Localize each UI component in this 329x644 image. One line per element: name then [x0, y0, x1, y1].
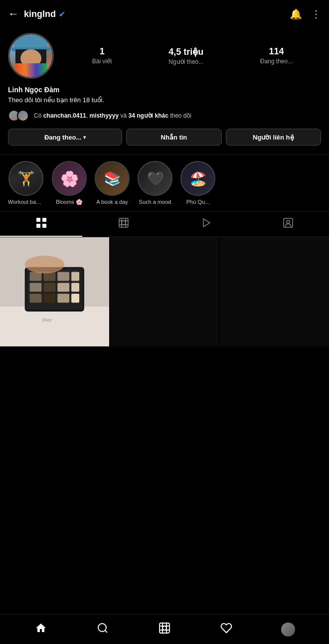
- home-icon: [35, 622, 47, 637]
- avatar-container[interactable]: [8, 33, 54, 79]
- svg-rect-25: [71, 283, 79, 292]
- svg-rect-4: [119, 218, 128, 227]
- username-text: kinglnd: [24, 9, 56, 19]
- followers-count: 4,5 triệu: [168, 46, 203, 57]
- mutual-count: 34 người khác: [128, 112, 168, 119]
- highlight-cover-phuquoc: [181, 162, 214, 195]
- highlight-cover-workout: [9, 162, 42, 195]
- highlight-ring-blooms: [52, 161, 87, 196]
- contact-button-label: Người liên hệ: [253, 134, 294, 141]
- tagged-tab-icon: [283, 217, 294, 231]
- highlight-phuquoc[interactable]: Phú Qu...: [180, 161, 215, 205]
- svg-rect-1: [42, 218, 46, 222]
- svg-text:Dior: Dior: [42, 317, 52, 322]
- profile-section: 1 Bài viết 4,5 triệu Người theo... 114 Đ…: [0, 28, 329, 155]
- following-label: Đang theo...: [260, 58, 293, 65]
- tab-grid[interactable]: [0, 212, 82, 237]
- followers-stat[interactable]: 4,5 triệu Người theo...: [168, 46, 203, 65]
- mutual-followers-row: Có chanchan.0411, misthyyyy và 34 người …: [8, 110, 321, 122]
- svg-rect-27: [43, 294, 55, 303]
- grid-section: Dior: [0, 237, 329, 346]
- svg-rect-18: [30, 272, 42, 281]
- grid-item-1[interactable]: Dior: [0, 237, 109, 346]
- top-bar-left: ← kinglnd ✔: [8, 7, 65, 20]
- svg-rect-0: [36, 218, 40, 222]
- posts-count: 1: [100, 46, 105, 57]
- nav-likes[interactable]: [214, 617, 239, 642]
- svg-marker-10: [203, 219, 210, 227]
- nav-profile[interactable]: [276, 617, 301, 642]
- highlight-mood[interactable]: Such a mood: [138, 161, 172, 205]
- stats-row: 1 Bài viết 4,5 triệu Người theo... 114 Đ…: [64, 46, 321, 65]
- posts-stat[interactable]: 1 Bài viết: [92, 46, 112, 65]
- follow-button-label: Đang theo...: [44, 134, 81, 141]
- highlights-scroll: Workout bae ... Blooms 🌸 A book a day Su…: [8, 161, 329, 205]
- svg-rect-20: [57, 272, 69, 281]
- svg-rect-2: [36, 224, 40, 228]
- highlight-ring-phuquoc: [180, 161, 215, 196]
- svg-rect-3: [42, 224, 46, 228]
- message-button-label: Nhắn tin: [161, 134, 187, 141]
- tab-tagged[interactable]: [247, 212, 329, 237]
- more-options-icon[interactable]: ⋮: [311, 8, 321, 20]
- highlight-ring-workout: [8, 161, 43, 196]
- nav-search[interactable]: [90, 617, 115, 642]
- profile-main-row: 1 Bài viết 4,5 triệu Người theo... 114 Đ…: [8, 33, 321, 79]
- highlight-blooms[interactable]: Blooms 🌸: [52, 161, 87, 205]
- avatar-ring: [8, 33, 54, 79]
- back-button[interactable]: ←: [8, 7, 19, 20]
- nav-home[interactable]: [28, 617, 53, 642]
- highlight-book[interactable]: A book a day: [95, 161, 130, 205]
- svg-point-30: [25, 256, 65, 274]
- tabs-section: [0, 212, 329, 237]
- highlight-label-book: A book a day: [96, 199, 128, 205]
- mutual-avatar-2: [17, 110, 29, 122]
- svg-line-33: [105, 630, 107, 632]
- grid-item-3[interactable]: [220, 237, 329, 346]
- profile-bio: Theo dõi tôi nếu bạn trên 18 tuổi.: [8, 96, 321, 105]
- dior-palette-image: Dior: [0, 237, 109, 346]
- tab-igtv[interactable]: [164, 212, 247, 237]
- chevron-down-icon: ▾: [83, 135, 86, 140]
- highlight-label-blooms: Blooms 🌸: [56, 199, 83, 205]
- reels-tab-icon: [118, 217, 129, 231]
- highlight-ring-mood: [138, 161, 172, 196]
- followers-label: Người theo...: [168, 58, 203, 65]
- top-bar: ← kinglnd ✔ 🔔 ⋮: [0, 0, 329, 28]
- highlight-workout[interactable]: Workout bae ...: [8, 161, 44, 205]
- svg-rect-22: [30, 283, 42, 292]
- mutual-user2: misthyyyy: [89, 112, 119, 119]
- notification-bell-icon[interactable]: 🔔: [290, 8, 302, 20]
- svg-rect-29: [71, 294, 79, 303]
- highlight-label-phuquoc: Phú Qu...: [186, 199, 209, 205]
- highlight-label-mood: Such a mood: [139, 199, 171, 205]
- grid-icon: [36, 217, 47, 231]
- mutual-avatars: [8, 110, 29, 122]
- search-icon: [97, 622, 109, 637]
- highlight-cover-mood: [139, 162, 171, 195]
- message-button[interactable]: Nhắn tin: [126, 129, 221, 146]
- posts-label: Bài viết: [92, 58, 112, 65]
- grid-item-2[interactable]: [110, 237, 219, 346]
- svg-rect-21: [71, 272, 79, 281]
- highlight-cover-book: [96, 162, 129, 195]
- tab-reels[interactable]: [82, 212, 164, 237]
- svg-point-12: [287, 220, 290, 223]
- following-count: 114: [269, 46, 284, 57]
- svg-rect-23: [43, 283, 55, 292]
- highlight-cover-blooms: [53, 162, 86, 195]
- verified-badge-icon: ✔: [59, 9, 65, 19]
- bottom-nav: [0, 614, 329, 644]
- follow-button[interactable]: Đang theo... ▾: [8, 129, 122, 146]
- top-bar-right: 🔔 ⋮: [290, 8, 321, 20]
- nav-reels[interactable]: [152, 617, 177, 642]
- svg-point-35: [163, 626, 166, 630]
- heart-icon: [220, 622, 232, 637]
- profile-nav-avatar: [281, 623, 295, 637]
- avatar-body: [14, 63, 47, 77]
- contact-button[interactable]: Người liên hệ: [226, 129, 321, 146]
- highlight-label-workout: Workout bae ...: [8, 199, 44, 205]
- reels-nav-icon: [159, 622, 170, 637]
- mutual-user1: chanchan.0411: [43, 112, 86, 119]
- following-stat[interactable]: 114 Đang theo...: [260, 46, 293, 65]
